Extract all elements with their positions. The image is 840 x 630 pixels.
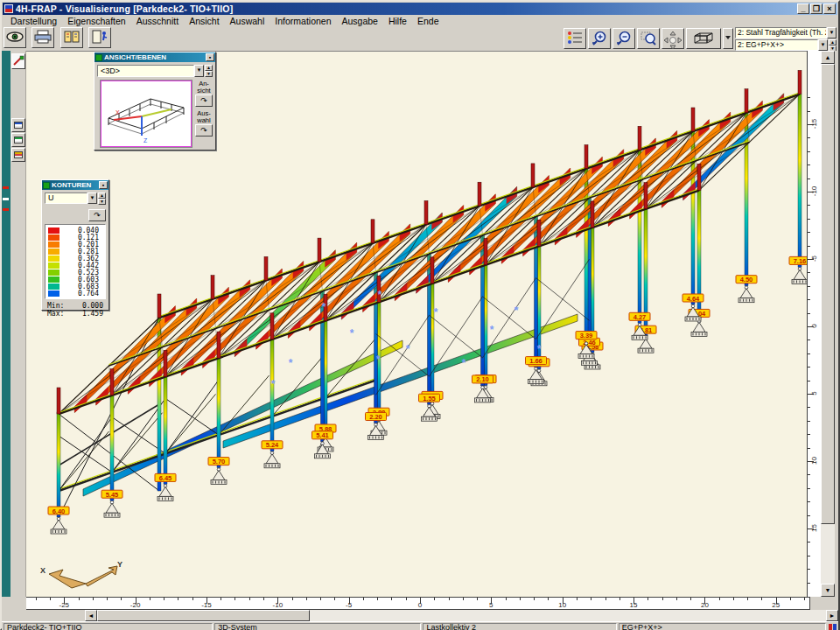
menu-item-darstellung[interactable]: Darstellung <box>5 16 62 26</box>
edit-mode-button[interactable] <box>11 53 25 69</box>
vertical-scrollbar[interactable]: ▲ ▼ <box>821 51 835 597</box>
print-button[interactable] <box>32 27 54 48</box>
eye-icon <box>6 30 24 44</box>
close-button[interactable]: × <box>823 4 836 14</box>
status-loadcase: Lastkollektiv 2 <box>423 623 616 630</box>
legend-swatch <box>48 270 60 276</box>
loadcase-spinner[interactable]: ▲ ▼ <box>829 39 836 51</box>
contour-component-arrow[interactable]: ▼ <box>88 192 97 204</box>
view-plane-spinner[interactable]: ▲ ▼ <box>205 65 213 77</box>
axis-y-label: Y <box>117 560 122 569</box>
display-options-button[interactable] <box>564 28 586 49</box>
cube-3d-icon <box>690 31 718 46</box>
view-cube-dropdown-button[interactable] <box>723 28 733 49</box>
scroll-right-button[interactable]: ► <box>826 610 838 621</box>
support-value-label: 4.50 <box>736 276 757 284</box>
ansicht-panel-title: ANSICHT/EBENEN <box>104 53 206 61</box>
window-title: 4H-FRAP - Visualisierung [Parkdeck2- TIO… <box>16 4 796 14</box>
menu-item-hilfe[interactable]: Hilfe <box>383 16 412 26</box>
spin-down-icon[interactable]: ▼ <box>98 199 106 205</box>
view-plane-select[interactable]: <3D> <box>97 65 194 77</box>
support-symbol <box>264 452 280 468</box>
pan-button[interactable] <box>662 28 684 49</box>
title-bar[interactable]: 4H-FRAP - Visualisierung [Parkdeck2- TIO… <box>3 3 837 15</box>
legend-swatch <box>48 290 60 297</box>
contour-component-select[interactable]: U <box>45 192 88 204</box>
zoom-window-button[interactable] <box>637 28 660 49</box>
status-icon <box>828 623 838 630</box>
support-value-label: 3.39 <box>576 332 597 340</box>
contour-apply-button[interactable]: ↷ <box>88 209 106 221</box>
ansicht-apply-button[interactable]: ↷ <box>195 94 213 107</box>
spin-up-icon[interactable]: ▲ <box>829 39 836 46</box>
status-bar: Parkdeck2- TIO+TIIO 3D-System Lastkollek… <box>2 621 838 630</box>
support-symbol <box>691 320 707 337</box>
konturen-panel-titlebar[interactable]: KONTUREN ▪ <box>42 180 108 190</box>
konturen-panel-close-button[interactable]: ▪ <box>99 181 108 189</box>
menu-item-ausgabe[interactable]: Ausgabe <box>337 16 383 26</box>
maximize-button[interactable]: ❐ <box>810 4 822 14</box>
support-value-label: 4.27 <box>629 312 650 321</box>
ansicht-panel-close-button[interactable]: ▪ <box>206 53 214 61</box>
auswahl-apply-button[interactable]: ↷ <box>195 124 213 136</box>
spin-down-icon[interactable]: ▼ <box>205 71 213 77</box>
support-value-label: 5.45 <box>102 490 122 499</box>
view-button[interactable] <box>4 27 26 48</box>
loadcase-select[interactable]: 2: EG+P+X+> <box>735 39 818 51</box>
support-value: 5.24 <box>266 441 279 449</box>
model-preview-thumbnail[interactable]: X Z <box>101 80 192 147</box>
view-plane-arrow[interactable]: ▼ <box>194 65 204 77</box>
exit-button[interactable] <box>88 27 111 48</box>
menu-item-eigenschaften[interactable]: Eigenschaften <box>62 16 131 26</box>
contour-spinner[interactable]: ▲ ▼ <box>98 192 106 204</box>
zoom-in-button[interactable] <box>588 28 611 49</box>
panel-icon <box>43 182 50 189</box>
zoom-out-button[interactable] <box>612 28 635 49</box>
right-edge <box>835 51 838 597</box>
horizontal-scrollbar[interactable]: ◄ ► <box>85 610 838 621</box>
panel-toggle-ansicht-button[interactable] <box>11 118 25 132</box>
support-value: 6.40 <box>52 508 66 515</box>
menu-item-ausschnitt[interactable]: Ausschnitt <box>131 16 184 26</box>
scroll-up-button[interactable]: ▲ <box>821 51 835 64</box>
menu-item-auswahl[interactable]: Auswahl <box>225 16 270 26</box>
support-value-label: 2.10 <box>472 375 493 384</box>
hinge-marker: * <box>289 357 293 369</box>
view-cube-button[interactable] <box>686 28 721 49</box>
menu-item-ende[interactable]: Ende <box>412 16 444 26</box>
menu-item-informationen[interactable]: Informationen <box>270 16 336 26</box>
spin-up-icon[interactable]: ▲ <box>98 192 106 199</box>
ruler-number: -5 <box>810 250 818 268</box>
horizontal-scroll-track[interactable] <box>310 610 826 621</box>
auswahl-apply-label: Aus- wahl <box>195 110 213 124</box>
mini-window-green-icon <box>14 136 23 144</box>
scroll-left-button[interactable]: ◄ <box>85 610 97 621</box>
support-value-label: 1.66 <box>525 357 546 366</box>
spin-up-icon[interactable]: ▲ <box>205 65 213 71</box>
loadcase-select-arrow[interactable]: ▼ <box>818 39 828 51</box>
mini-window-yellow-icon <box>14 151 23 158</box>
minimize-button[interactable]: _ <box>797 4 809 14</box>
scroll-down-button[interactable]: ▼ <box>821 584 835 597</box>
menu-item-ansicht[interactable]: Ansicht <box>184 16 224 26</box>
menu-bar: DarstellungEigenschaftenAusschnittAnsich… <box>2 16 838 26</box>
pencil-icon <box>12 54 24 66</box>
thumb-axis-x: X <box>116 109 120 116</box>
legend-swatch <box>48 234 60 241</box>
vertical-scroll-track[interactable] <box>821 524 835 584</box>
panel-toggle-werte-button[interactable] <box>11 148 25 162</box>
vertical-scroll-thumb[interactable] <box>821 64 835 524</box>
panel-toggle-konturen-button[interactable] <box>11 133 25 147</box>
ansicht-panel-titlebar[interactable]: ANSICHT/EBENEN ▪ <box>94 52 215 62</box>
support-value-label: 4.64 <box>682 294 704 303</box>
support-value-label: 7.16 <box>789 256 807 265</box>
result-select[interactable]: 2: Stahl Tragfähigkeit (Th. 2. O <box>735 27 827 38</box>
result-select-arrow[interactable]: ▼ <box>827 27 836 38</box>
contour-legend: 0.0400.1210.2010.2810.3620.4420.5230.603… <box>45 224 106 299</box>
ruler-number: 0 <box>409 601 431 609</box>
pan-cross-icon <box>663 31 682 50</box>
horizontal-scroll-thumb[interactable] <box>97 610 310 621</box>
mini-window-blue-icon <box>14 122 23 129</box>
ansicht-ebenen-panel: ANSICHT/EBENEN ▪ <3D> ▼ ▲ ▼ <box>94 52 216 150</box>
report-button[interactable] <box>60 27 83 48</box>
